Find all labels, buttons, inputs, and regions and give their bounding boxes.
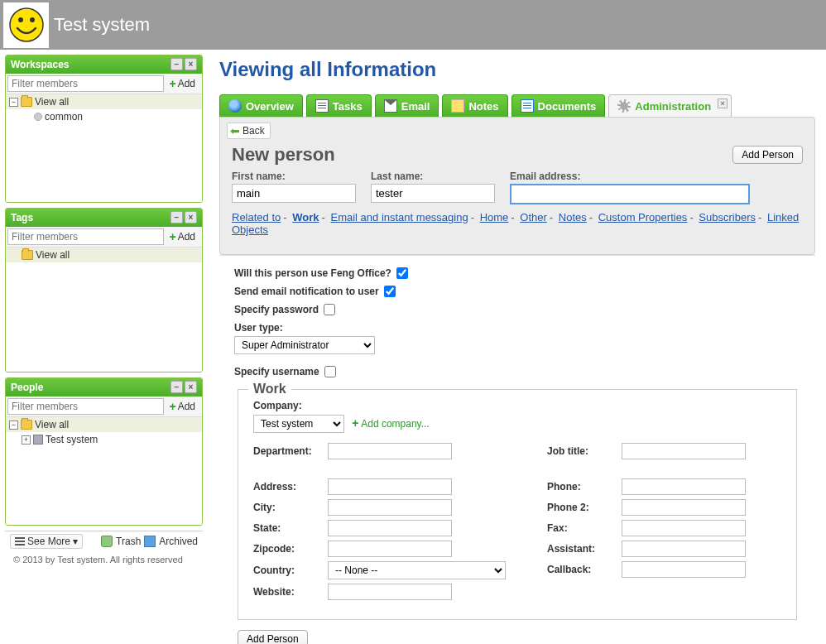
tree-row-view-all[interactable]: − View all — [6, 417, 202, 432]
options-section: Will this person use Feng Office? Send e… — [219, 255, 815, 644]
people-panel: People − × +Add − View all + — [5, 377, 203, 526]
plus-icon: + — [169, 77, 175, 90]
panel-title: Workspaces — [11, 59, 69, 70]
panel-title: Tags — [11, 212, 33, 223]
plus-icon: + — [169, 400, 175, 413]
expand-toggle-icon[interactable]: + — [22, 435, 31, 445]
collapse-icon[interactable]: − — [170, 211, 183, 223]
email-label: Email address: — [510, 171, 750, 182]
svg-point-2 — [30, 17, 35, 22]
page-title: Viewing all Information — [219, 58, 826, 81]
tab-email[interactable]: Email — [375, 94, 439, 117]
globe-icon — [228, 99, 242, 113]
people-filter-input[interactable] — [7, 398, 164, 415]
nav-notes[interactable]: Notes — [559, 211, 587, 223]
nav-custom[interactable]: Custom Properties — [598, 211, 688, 223]
assistant-input[interactable] — [622, 541, 746, 557]
department-input[interactable] — [328, 443, 452, 459]
country-select[interactable]: -- None -- — [328, 561, 506, 579]
zipcode-input[interactable] — [328, 541, 452, 557]
email-input[interactable] — [510, 184, 750, 204]
collapse-icon[interactable]: − — [170, 381, 183, 393]
back-button[interactable]: ⬅Back — [227, 123, 271, 139]
state-input[interactable] — [328, 520, 452, 536]
tree-row[interactable]: + Test system — [6, 432, 202, 447]
send-email-checkbox[interactable] — [384, 286, 396, 297]
website-input[interactable] — [328, 584, 452, 600]
close-icon[interactable]: × — [185, 381, 197, 393]
last-name-input[interactable] — [371, 184, 495, 203]
plus-icon: + — [169, 230, 175, 243]
app-title: Test system — [54, 14, 150, 36]
tree-row-view-all[interactable]: − View all — [6, 94, 202, 109]
trash-link[interactable]: Trash — [116, 536, 141, 547]
nav-related[interactable]: Related to — [232, 211, 281, 223]
specify-un-checkbox[interactable] — [324, 366, 336, 377]
tree-row-view-all[interactable]: View all — [6, 248, 202, 262]
assistant-label: Assistant: — [547, 543, 622, 555]
add-person-button-bottom[interactable]: Add Person — [238, 630, 308, 644]
close-icon[interactable]: × — [185, 211, 197, 223]
specify-un-label: Specify username — [234, 366, 319, 377]
tree-row[interactable]: common — [6, 109, 202, 124]
nav-eim[interactable]: Email and instant messaging — [330, 211, 468, 223]
folder-icon — [21, 97, 32, 107]
close-icon[interactable]: × — [185, 58, 197, 70]
callback-input[interactable] — [622, 561, 746, 578]
first-name-label: First name: — [232, 171, 356, 182]
footer-text: © 2013 by Test system. All rights reserv… — [5, 551, 203, 568]
panel-header: People − × — [6, 378, 202, 396]
fax-input[interactable] — [622, 520, 746, 536]
callback-label: Callback: — [547, 564, 622, 575]
specify-pw-label: Specify password — [234, 304, 319, 315]
svg-point-1 — [18, 17, 23, 22]
phone2-label: Phone 2: — [547, 502, 622, 513]
use-feng-checkbox[interactable] — [396, 267, 408, 279]
work-fieldset: Work Company: Test system + Add company.… — [238, 389, 797, 620]
tab-close-icon[interactable]: × — [718, 99, 728, 108]
workspaces-add-button[interactable]: +Add — [164, 75, 200, 92]
tags-panel: Tags − × +Add View all — [5, 208, 203, 372]
specify-pw-checkbox[interactable] — [324, 304, 335, 315]
tab-bar: Overview Tasks Email Notes Documents Adm… — [219, 94, 826, 117]
job-title-label: Job title: — [547, 445, 622, 457]
collapse-toggle-icon[interactable]: − — [9, 421, 18, 430]
phone2-input[interactable] — [622, 499, 746, 516]
nav-home[interactable]: Home — [480, 211, 509, 223]
collapse-toggle-icon[interactable]: − — [9, 98, 18, 107]
nav-work[interactable]: Work — [292, 211, 319, 223]
user-type-label: User type: — [234, 322, 800, 334]
tab-administration[interactable]: Administration× — [608, 94, 732, 117]
dropdown-arrow-icon: ▾ — [73, 536, 78, 547]
add-person-button[interactable]: Add Person — [732, 146, 803, 164]
tab-tasks[interactable]: Tasks — [306, 94, 372, 117]
job-title-input[interactable] — [622, 443, 746, 459]
people-add-button[interactable]: +Add — [164, 398, 200, 415]
see-more-button[interactable]: See More ▾ — [10, 534, 83, 549]
add-company-link[interactable]: + Add company... — [352, 418, 429, 430]
collapse-icon[interactable]: − — [170, 58, 183, 70]
address-input[interactable] — [328, 478, 452, 495]
address-label: Address: — [253, 481, 328, 493]
tab-overview[interactable]: Overview — [219, 94, 303, 117]
menu-icon — [15, 537, 25, 545]
tags-add-button[interactable]: +Add — [164, 228, 200, 245]
user-type-select[interactable]: Super Administrator — [234, 336, 375, 354]
workspaces-filter-input[interactable] — [7, 75, 164, 92]
tags-filter-input[interactable] — [7, 228, 164, 245]
phone-input[interactable] — [622, 478, 746, 495]
zipcode-label: Zipcode: — [253, 543, 328, 555]
state-label: State: — [253, 522, 328, 534]
company-select[interactable]: Test system — [253, 415, 344, 433]
nav-other[interactable]: Other — [520, 211, 547, 223]
first-name-input[interactable] — [232, 184, 356, 203]
sidebar: Workspaces − × +Add − View all — [0, 50, 203, 644]
tab-documents[interactable]: Documents — [511, 94, 606, 117]
app-logo — [3, 2, 49, 48]
archived-link[interactable]: Archived — [159, 536, 198, 547]
city-input[interactable] — [328, 499, 452, 516]
tab-notes[interactable]: Notes — [442, 94, 507, 117]
nav-subs[interactable]: Subscribers — [699, 211, 756, 223]
gear-icon — [617, 99, 631, 113]
folder-icon — [21, 420, 32, 430]
